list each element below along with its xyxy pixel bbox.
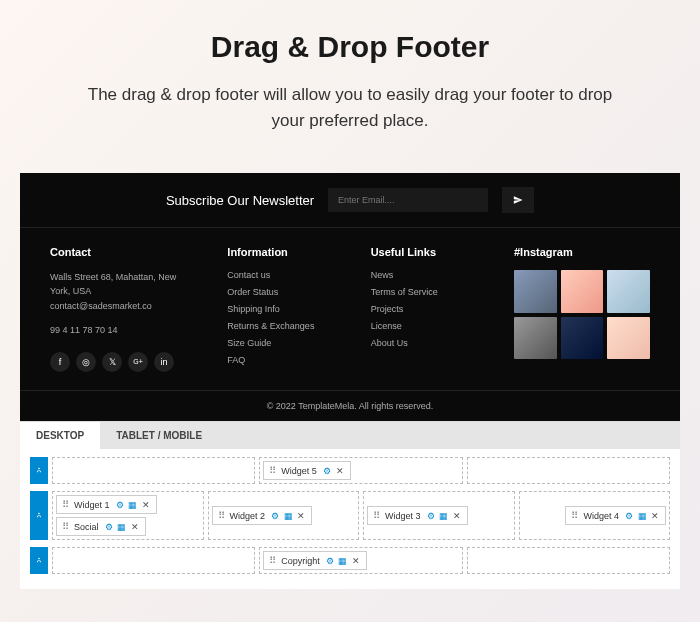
googleplus-icon[interactable]: G+ bbox=[128, 352, 148, 372]
linkedin-icon[interactable]: in bbox=[154, 352, 174, 372]
info-link[interactable]: Shipping Info bbox=[227, 304, 340, 314]
send-icon bbox=[513, 193, 523, 208]
footer-preview: Subscribe Our Newsletter Contact Walls S… bbox=[20, 173, 680, 421]
layout-icon[interactable]: ▦ bbox=[439, 511, 449, 521]
useful-link[interactable]: About Us bbox=[371, 338, 484, 348]
drag-handle-icon[interactable]: ⠿ bbox=[373, 510, 380, 521]
info-link[interactable]: FAQ bbox=[227, 355, 340, 365]
footer-col-useful-links: Useful Links News Terms of Service Proje… bbox=[371, 246, 484, 372]
info-link[interactable]: Returns & Exchanges bbox=[227, 321, 340, 331]
layout-icon[interactable]: ▦ bbox=[338, 556, 348, 566]
instagram-thumb[interactable] bbox=[514, 270, 557, 313]
copyright-text: © 2022 TemplateMela. All rights reserved… bbox=[20, 390, 680, 421]
close-icon[interactable]: ✕ bbox=[351, 556, 361, 566]
builder-row: ⠿ Widget 5 ⚙ ✕ bbox=[30, 457, 670, 484]
builder-tabs: DESKTOP TABLET / MOBILE bbox=[20, 422, 680, 449]
contact-address: Walls Street 68, Mahattan, New York, USA bbox=[50, 270, 197, 299]
layout-icon[interactable]: ▦ bbox=[283, 511, 293, 521]
useful-link[interactable]: News bbox=[371, 270, 484, 280]
newsletter-row: Subscribe Our Newsletter bbox=[20, 173, 680, 228]
gear-icon[interactable]: ⚙ bbox=[624, 511, 634, 521]
close-icon[interactable]: ✕ bbox=[452, 511, 462, 521]
newsletter-label: Subscribe Our Newsletter bbox=[166, 193, 314, 208]
drag-handle-icon[interactable]: ⠿ bbox=[218, 510, 225, 521]
close-icon[interactable]: ✕ bbox=[296, 511, 306, 521]
contact-title: Contact bbox=[50, 246, 197, 258]
tab-tablet-mobile[interactable]: TABLET / MOBILE bbox=[100, 422, 218, 449]
newsletter-send-button[interactable] bbox=[502, 187, 534, 213]
instagram-icon[interactable]: ◎ bbox=[76, 352, 96, 372]
hero-description: The drag & drop footer will allow you to… bbox=[80, 82, 620, 133]
hero-title: Drag & Drop Footer bbox=[20, 30, 680, 64]
footer-col-contact: Contact Walls Street 68, Mahattan, New Y… bbox=[50, 246, 197, 372]
row-settings-handle[interactable] bbox=[30, 491, 48, 540]
twitter-icon[interactable]: 𝕏 bbox=[102, 352, 122, 372]
builder-row: ⠿ Copyright ⚙ ▦ ✕ bbox=[30, 547, 670, 574]
drag-handle-icon[interactable]: ⠿ bbox=[62, 521, 69, 532]
contact-email: contact@sadesmarket.co bbox=[50, 299, 197, 313]
facebook-icon[interactable]: f bbox=[50, 352, 70, 372]
widget-social-block[interactable]: ⠿ Social ⚙ ▦ ✕ bbox=[56, 517, 146, 536]
layout-icon[interactable]: ▦ bbox=[117, 522, 127, 532]
instagram-title: #Instagram bbox=[514, 246, 650, 258]
close-icon[interactable]: ✕ bbox=[141, 500, 151, 510]
widget-2-block[interactable]: ⠿ Widget 2 ⚙ ▦ ✕ bbox=[212, 506, 313, 525]
builder-row: ⠿ Widget 1 ⚙ ▦ ✕ ⠿ Social ⚙ ▦ ✕ bbox=[30, 491, 670, 540]
instagram-thumb[interactable] bbox=[561, 317, 604, 360]
info-link[interactable]: Order Status bbox=[227, 287, 340, 297]
gear-icon[interactable]: ⚙ bbox=[115, 500, 125, 510]
instagram-thumb[interactable] bbox=[607, 270, 650, 313]
widget-4-block[interactable]: ⠿ Widget 4 ⚙ ▦ ✕ bbox=[565, 506, 666, 525]
widget-1-block[interactable]: ⠿ Widget 1 ⚙ ▦ ✕ bbox=[56, 495, 157, 514]
footer-col-instagram: #Instagram bbox=[514, 246, 650, 372]
information-title: Information bbox=[227, 246, 340, 258]
row-settings-handle[interactable] bbox=[30, 457, 48, 484]
info-link[interactable]: Size Guide bbox=[227, 338, 340, 348]
newsletter-email-input[interactable] bbox=[328, 188, 488, 212]
drag-handle-icon[interactable]: ⠿ bbox=[269, 555, 276, 566]
gear-icon[interactable]: ⚙ bbox=[104, 522, 114, 532]
instagram-thumb[interactable] bbox=[561, 270, 604, 313]
instagram-thumb[interactable] bbox=[607, 317, 650, 360]
gear-icon[interactable]: ⚙ bbox=[322, 466, 332, 476]
row-settings-handle[interactable] bbox=[30, 547, 48, 574]
drag-handle-icon[interactable]: ⠿ bbox=[571, 510, 578, 521]
close-icon[interactable]: ✕ bbox=[650, 511, 660, 521]
contact-phone: 99 4 11 78 70 14 bbox=[50, 323, 197, 337]
widget-5-block[interactable]: ⠿ Widget 5 ⚙ ✕ bbox=[263, 461, 351, 480]
layout-icon[interactable]: ▦ bbox=[637, 511, 647, 521]
gear-icon[interactable]: ⚙ bbox=[325, 556, 335, 566]
widget-copyright-block[interactable]: ⠿ Copyright ⚙ ▦ ✕ bbox=[263, 551, 367, 570]
drag-handle-icon[interactable]: ⠿ bbox=[269, 465, 276, 476]
info-link[interactable]: Contact us bbox=[227, 270, 340, 280]
gear-icon[interactable]: ⚙ bbox=[426, 511, 436, 521]
close-icon[interactable]: ✕ bbox=[130, 522, 140, 532]
layout-builder: DESKTOP TABLET / MOBILE ⠿ Widget 5 ⚙ ✕ bbox=[20, 421, 680, 589]
widget-3-block[interactable]: ⠿ Widget 3 ⚙ ▦ ✕ bbox=[367, 506, 468, 525]
useful-link[interactable]: Terms of Service bbox=[371, 287, 484, 297]
tab-desktop[interactable]: DESKTOP bbox=[20, 422, 100, 449]
useful-link[interactable]: Projects bbox=[371, 304, 484, 314]
footer-col-information: Information Contact us Order Status Ship… bbox=[227, 246, 340, 372]
close-icon[interactable]: ✕ bbox=[335, 466, 345, 476]
drag-handle-icon[interactable]: ⠿ bbox=[62, 499, 69, 510]
useful-links-title: Useful Links bbox=[371, 246, 484, 258]
instagram-thumb[interactable] bbox=[514, 317, 557, 360]
useful-link[interactable]: License bbox=[371, 321, 484, 331]
layout-icon[interactable]: ▦ bbox=[128, 500, 138, 510]
gear-icon[interactable]: ⚙ bbox=[270, 511, 280, 521]
